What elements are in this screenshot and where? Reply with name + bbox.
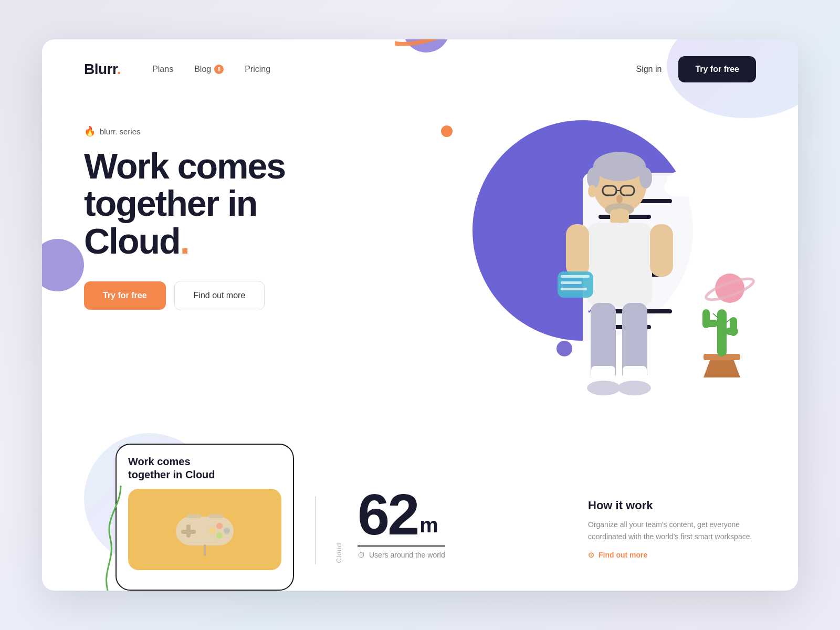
how-it-works-link-label: Find out more: [598, 551, 647, 559]
hero-right: ✓ ✓ ✓: [357, 110, 756, 404]
hero-title-line3: Cloud: [84, 221, 180, 261]
nav-blog[interactable]: Blog 8: [194, 65, 224, 74]
svg-point-59: [224, 528, 230, 534]
hero-title-dot: .: [180, 221, 189, 261]
svg-rect-37: [561, 275, 590, 278]
hero-title-line2: together in: [84, 183, 257, 223]
svg-point-58: [216, 523, 223, 529]
fire-icon: 🔥: [84, 125, 96, 137]
phone-card-title: Work comes together in Cloud: [128, 455, 281, 481]
hero-section: 🔥 blurr. series Work comes together in C…: [42, 99, 798, 404]
series-label-text: blurr. series: [100, 127, 141, 136]
hero-left: 🔥 blurr. series Work comes together in C…: [84, 110, 357, 404]
series-label: 🔥 blurr. series: [84, 125, 357, 137]
cable-decoration: [100, 486, 131, 591]
svg-rect-50: [702, 309, 710, 328]
cloud-left-decoration: [373, 251, 436, 293]
svg-rect-63: [208, 514, 223, 518]
svg-point-29: [588, 185, 596, 197]
nav-right: Sign in Try for free: [636, 56, 756, 82]
svg-point-30: [616, 195, 623, 203]
stats-description: Users around the world: [369, 551, 445, 559]
controller-icon: [168, 503, 242, 556]
svg-point-60: [216, 532, 223, 539]
phone-mockup: Work comes together in Cloud: [116, 444, 294, 591]
hero-buttons: Try for free Find out more: [84, 281, 357, 310]
page-wrapper: Blurr. Plans Blog 8 Pricing Sign in Try …: [42, 39, 798, 591]
cactus-decoration: [698, 293, 746, 377]
svg-rect-38: [561, 281, 582, 284]
nav-pricing[interactable]: Pricing: [245, 65, 270, 74]
circle-arrow-icon: ⊙: [588, 551, 594, 559]
try-free-nav-button[interactable]: Try for free: [678, 56, 756, 82]
hero-title-line1: Work comes: [84, 146, 285, 186]
stats-area: Cloud 62 m ⏱ Users around the world: [315, 486, 445, 564]
try-free-hero-button[interactable]: Try for free: [84, 281, 166, 310]
character-3d: [541, 136, 698, 425]
svg-rect-48: [717, 309, 727, 356]
nav-blog-label: Blog: [194, 65, 211, 74]
svg-point-45: [617, 381, 651, 395]
svg-point-4: [395, 259, 429, 286]
svg-rect-62: [186, 514, 201, 518]
find-out-button[interactable]: Find out more: [174, 281, 265, 310]
stat-number-block: 62 m ⏱ Users around the world: [342, 486, 445, 559]
svg-point-25: [639, 167, 652, 188]
svg-rect-39: [561, 288, 587, 290]
nav-links: Plans Blog 8 Pricing: [152, 65, 636, 74]
svg-rect-52: [730, 317, 737, 336]
dot-orange-large: [441, 125, 453, 137]
how-it-works-title: How it work: [588, 499, 756, 512]
svg-point-46: [613, 208, 628, 223]
how-it-works-link[interactable]: ⊙ Find out more: [588, 551, 756, 559]
clock-icon: ⏱: [358, 551, 365, 559]
svg-point-61: [209, 528, 215, 534]
hero-title: Work comes together in Cloud.: [84, 148, 357, 260]
how-it-works-description: Organize all your team's content, get ev…: [588, 519, 756, 542]
stats-divider: Cloud: [315, 496, 316, 564]
planet-top-decoration: [395, 39, 458, 60]
logo-text: Blurr: [84, 61, 117, 77]
logo-dot: .: [117, 61, 121, 77]
stats-number: 62: [358, 486, 417, 543]
phone-inner-card: [128, 489, 281, 570]
blog-notification-badge: 8: [214, 65, 224, 74]
svg-line-53: [713, 313, 717, 317]
how-it-works-section: How it work Organize all your team's con…: [588, 467, 756, 559]
svg-rect-35: [650, 224, 673, 277]
svg-point-23: [593, 152, 646, 181]
svg-rect-57: [181, 530, 196, 534]
svg-rect-34: [566, 224, 589, 277]
logo[interactable]: Blurr.: [84, 61, 121, 78]
svg-rect-33: [587, 223, 652, 307]
nav-plans[interactable]: Plans: [152, 65, 173, 74]
svg-point-44: [587, 381, 621, 395]
phone-card: Work comes together in Cloud: [116, 444, 294, 591]
stats-unit: m: [419, 514, 438, 536]
signin-link[interactable]: Sign in: [636, 65, 662, 74]
